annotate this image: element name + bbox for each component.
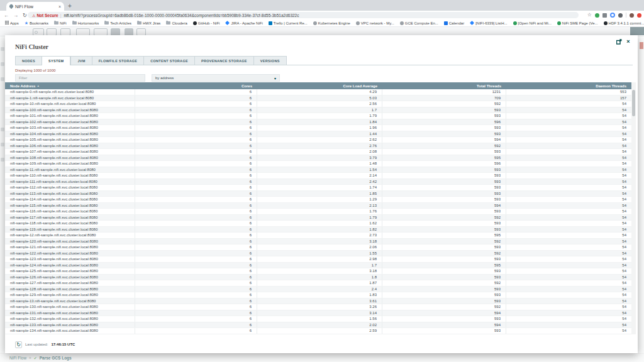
- total-threads-cell: 592: [382, 215, 506, 221]
- extension-icon-green[interactable]: [595, 13, 599, 18]
- tab-flowfile-storage[interactable]: FLOWFILE STORAGE: [92, 56, 144, 65]
- table-scrollbar-thumb[interactable]: [632, 90, 635, 116]
- bookmark-item[interactable]: Apps: [5, 21, 19, 25]
- total-threads-cell: 709: [382, 96, 506, 101]
- table-row: nifi-sample-104.nifi-sample.nifi.svc.clu…: [5, 131, 631, 138]
- chevron-down-icon: ▾: [274, 76, 276, 80]
- daemon-threads-cell: 54: [506, 329, 631, 332]
- close-icon[interactable]: ×: [625, 38, 631, 45]
- tab-provenance-storage[interactable]: PROVENANCE STORAGE: [194, 56, 253, 65]
- not-secure-label[interactable]: Not Secure: [36, 13, 58, 18]
- core-load-average-cell: 1.7: [257, 107, 382, 113]
- back-icon[interactable]: ←: [4, 13, 9, 18]
- column-header-daemon-threads[interactable]: Daemon Threads: [506, 84, 631, 88]
- filter-type-select[interactable]: by address ▾: [152, 74, 280, 82]
- daemon-threads-cell: 54: [506, 180, 631, 184]
- total-threads-cell: 593: [382, 197, 506, 202]
- daemon-threads-cell: 54: [506, 102, 631, 106]
- cores-cell: 6: [135, 221, 257, 226]
- node-address-cell: nifi-sample-102.nifi-sample.nifi.svc.clu…: [5, 119, 135, 125]
- tab-versions[interactable]: VERSIONS: [253, 56, 287, 65]
- extension-icon-red[interactable]: [637, 13, 641, 18]
- node-address-cell: nifi-sample-10.nifi-sample.nifi.svc.clus…: [5, 101, 135, 107]
- bookmark-star-icon[interactable]: ☆: [587, 13, 592, 18]
- column-header-cores[interactable]: Cores: [135, 84, 257, 88]
- total-threads-cell: 593: [382, 149, 506, 155]
- browser-tab[interactable]: NiFi Flow ×: [6, 2, 64, 11]
- table-row: nifi-sample-11.nifi-sample.nifi.svc.clus…: [5, 167, 631, 173]
- sort-asc-icon: ▲: [36, 84, 39, 87]
- node-address-cell: nifi-sample-101.nifi-sample.nifi.svc.clu…: [5, 113, 135, 119]
- daemon-threads-cell: 54: [506, 257, 631, 261]
- bookmark-item[interactable]: GCE Compute En...: [400, 21, 438, 25]
- bookmark-item[interactable]: HDF 3.4.1.1 commi...: [604, 21, 644, 25]
- new-tab-button[interactable]: +: [68, 2, 72, 10]
- bookmark-item[interactable]: Hortonworks: [72, 21, 99, 25]
- profile-avatar[interactable]: [630, 13, 634, 18]
- bookmark-item[interactable]: JIRA - Apache NiFi: [225, 21, 262, 25]
- bookmark-item[interactable]: Tech Articles: [104, 21, 131, 25]
- total-threads-cell: 592: [382, 251, 506, 256]
- extension-icon-dark[interactable]: [618, 13, 623, 18]
- daemon-threads-cell: 54: [506, 216, 631, 219]
- column-header-node-address[interactable]: Node Address▲: [5, 84, 135, 88]
- refresh-button[interactable]: ↻: [15, 341, 22, 348]
- core-load-average-cell: 3.26: [257, 304, 382, 310]
- bookmark-item[interactable]: Cloudera: [166, 21, 187, 25]
- bookmark-item[interactable]: HWX Jiras: [137, 21, 160, 25]
- total-threads-cell: 593: [382, 299, 506, 304]
- daemon-threads-cell: 54: [506, 185, 631, 189]
- tab-nodes[interactable]: NODES: [15, 56, 42, 65]
- bookmark-label: JIRA - Apache NiFi: [231, 21, 262, 25]
- bookmark-item[interactable]: [Open NiFi and Mi...: [513, 21, 552, 25]
- core-load-average-cell: 1.62: [257, 221, 382, 226]
- bookmark-item[interactable]: [NIFI-6339] ListH...: [470, 21, 507, 25]
- table-scrollbar-track[interactable]: [631, 82, 636, 334]
- cores-cell: 6: [135, 113, 257, 119]
- core-load-average-cell: 1.85: [257, 191, 382, 197]
- daemon-threads-cell: 54: [506, 323, 631, 327]
- pop-out-icon[interactable]: [616, 38, 622, 45]
- gcp-icon: [400, 21, 404, 25]
- reload-icon[interactable]: ↻: [23, 13, 27, 18]
- total-threads-cell: 593: [382, 268, 506, 274]
- calendar-icon: [444, 21, 448, 25]
- bookmark-item[interactable]: Trello | Current Re...: [269, 21, 308, 25]
- address-bar[interactable]: ⚠ Not Secure | nifi.io/nifi/?processGrou…: [28, 12, 579, 18]
- extension-icon-blue[interactable]: [610, 13, 615, 18]
- extension-icon-gray[interactable]: [602, 13, 607, 18]
- forward-icon[interactable]: →: [13, 13, 18, 18]
- tab-jvm[interactable]: JVM: [70, 56, 91, 65]
- node-address-cell: nifi-sample-1.nifi-sample.nifi.svc.clust…: [5, 96, 135, 101]
- bookmark-item[interactable]: Kubernetes Engine: [313, 21, 350, 25]
- daemon-threads-cell: 54: [506, 221, 631, 225]
- tab-close-icon[interactable]: ×: [58, 4, 61, 9]
- cores-cell: 6: [135, 280, 257, 286]
- cores-cell: 6: [135, 299, 257, 304]
- cluster-table: Node Address▲CoresCore Load AverageTotal…: [5, 82, 631, 334]
- bookmark-item[interactable]: NiFi SME Page (Ve...: [557, 21, 598, 25]
- bookmark-item[interactable]: ★Bookmarks: [25, 21, 48, 25]
- table-row: nifi-sample-132.nifi-sample.nifi.svc.clu…: [5, 316, 631, 322]
- folder-icon: [72, 21, 77, 25]
- tab-content-storage[interactable]: CONTENT STORAGE: [143, 56, 194, 65]
- total-threads-cell: 593: [382, 191, 506, 197]
- core-load-average-cell: 1.76: [257, 209, 382, 214]
- bookmark-item[interactable]: Calendar: [444, 21, 464, 25]
- filter-input[interactable]: [15, 74, 145, 82]
- tab-system[interactable]: SYSTEM: [42, 56, 70, 65]
- node-address-cell: nifi-sample-12.nifi-sample.nifi.svc.clus…: [5, 233, 135, 238]
- bookmark-label: Kubernetes Engine: [318, 21, 350, 25]
- bookmark-label: Hortonworks: [78, 21, 99, 25]
- bookmark-item[interactable]: NiFi: [54, 21, 67, 25]
- toolbar-divider: [626, 13, 626, 18]
- column-header-total-threads[interactable]: Total Threads: [382, 84, 506, 88]
- bookmark-item[interactable]: GitHub - NiFi: [193, 21, 220, 25]
- bookmark-item[interactable]: VPC network - My...: [356, 21, 394, 25]
- core-load-average-cell: 1.79: [257, 215, 382, 221]
- total-threads-cell: 595: [382, 155, 506, 161]
- table-row: nifi-sample-128.nifi-sample.nifi.svc.clu…: [5, 287, 631, 293]
- core-load-average-cell: 1.87: [257, 280, 382, 286]
- column-header-core-load-average[interactable]: Core Load Average: [257, 84, 382, 88]
- table-row: nifi-sample-10.nifi-sample.nifi.svc.clus…: [5, 101, 631, 107]
